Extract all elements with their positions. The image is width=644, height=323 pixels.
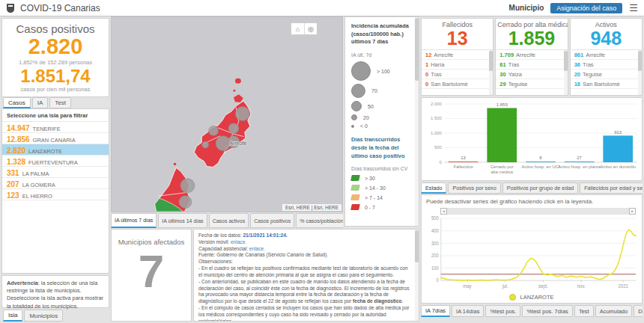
stat-row-san-bartolom[interactable]: 0San Bartolomé [422, 79, 493, 89]
status-bar-chart[interactable]: 05001.0001.5002.00013Fallecidos1.859Cerr… [422, 98, 642, 180]
svg-text:1.000: 1.000 [431, 131, 443, 135]
assign-case-button[interactable]: Asignación del caso [550, 3, 622, 13]
tab-ia-14d-as[interactable]: IA 14días [452, 305, 484, 317]
stat-row-yaiza[interactable]: 30Yaiza [496, 70, 567, 79]
tab-test-pos[interactable]: %test pos. [485, 305, 520, 317]
tab-casos-activos[interactable]: Casos activos [209, 213, 249, 228]
map-city-label: Arrecife [230, 141, 247, 146]
tab-acumulado[interactable]: Acumulado [595, 305, 633, 317]
status-bar-chart-panel: 05001.0001.5002.00013Fallecidos1.859Cerr… [421, 97, 643, 181]
info-scrollbar[interactable] [415, 230, 419, 321]
menu-icon[interactable]: ☰ [629, 3, 638, 13]
stat-row-label: Tías [431, 71, 442, 78]
island-row-el-hierro[interactable]: 123EL HIERRO [2, 189, 109, 200]
tab-positivos-por-sexo[interactable]: Positivos por sexo [448, 182, 500, 194]
tab-estado[interactable]: Estado [421, 182, 446, 194]
svg-text:Cerrado por: Cerrado por [490, 164, 514, 169]
island-row-tenerife[interactable]: 14.947TENERIFE [2, 122, 109, 133]
info-text: Versión móvil: [198, 239, 231, 244]
tab-diario[interactable]: Diario [634, 305, 643, 317]
island-row-fuerteventura[interactable]: 1.328FUERTEVENTURA [2, 156, 109, 167]
tab-ia-7d-as[interactable]: IA 7días [421, 305, 450, 317]
island-count: 123 [7, 191, 19, 200]
stat-row-value: 36 [574, 61, 580, 68]
stat-row-arrecife[interactable]: 12Arrecife [422, 50, 493, 60]
tab-casos-positivos[interactable]: Casos positivos [250, 213, 294, 228]
bar-activo-hosp-en-uci[interactable] [526, 162, 556, 162]
stat-row-teguise[interactable]: 20Teguise [571, 70, 642, 79]
tab-positivos-por-grupo-de-edad[interactable]: Positivos por grupo de edad [502, 182, 579, 194]
island-row-la-gomera[interactable]: 207LA GOMERA [2, 178, 109, 189]
tab-casos-poblaci-n[interactable]: % casos/población [296, 213, 343, 228]
time-range-slider[interactable]: ◂ ▸ [440, 208, 636, 215]
line-chart-legend[interactable]: LANZAROTE [422, 292, 642, 303]
bar-activo-en-domicilio[interactable] [603, 135, 633, 162]
legend-circle-icon [351, 101, 362, 111]
stat-row-arrecife[interactable]: 1.709Arrecife [496, 50, 567, 60]
island-row-lanzarote[interactable]: 2.820LANZAROTE [2, 144, 109, 156]
island-name: EL HIERRO [22, 193, 52, 200]
tab-municipios[interactable]: Municipios [24, 310, 63, 322]
stat-row-san-bartolom[interactable]: 16San Bartolomé [571, 79, 642, 89]
island-row-la-palma[interactable]: 331LA PALMA [2, 167, 109, 178]
info-link[interactable]: enlace. [249, 246, 265, 251]
island-list: 14.947TENERIFE12.856GRAN CANARIA2.820LAN… [2, 122, 109, 200]
tab-test[interactable]: Test [574, 305, 594, 317]
stat-list-scrollbar[interactable] [564, 50, 568, 96]
stat-row-label: Teguise [583, 71, 602, 78]
tab-ia-ltimos-14-d-as[interactable]: IA últimos 14 días [158, 213, 207, 228]
island-row-gran-canaria[interactable]: 12.856GRAN CANARIA [2, 133, 109, 144]
stat-row-teguise[interactable]: 29Teguise [496, 79, 567, 89]
tab-ia[interactable]: IA [32, 97, 49, 108]
tab-ia-ltimos-7-d-as[interactable]: IA últimos 7 días [111, 213, 157, 228]
affected-municipalities-value: 7 [112, 246, 191, 297]
status-tabs: EstadoPositivos por sexoPositivos por gr… [421, 182, 643, 194]
tab-fallecidos-por-edad-y-sexo[interactable]: Fallecidos por edad y sexo [580, 182, 643, 194]
stat-list-scrollbar[interactable] [638, 50, 642, 96]
bar-fallecidos[interactable] [449, 162, 479, 162]
bar-cerrado-por-alta-m-dica[interactable] [487, 108, 517, 162]
stat-row-har-a[interactable]: 1Haría [422, 60, 493, 70]
map-canvas[interactable]: Arrecife [112, 17, 342, 212]
info-text: Observaciones: [198, 259, 233, 264]
tab-isla[interactable]: Isla [3, 310, 22, 322]
stat-row-t-as[interactable]: 61Tías [496, 60, 567, 70]
stat-row-value: 16 [574, 81, 580, 87]
incidence-line-chart[interactable]: 0100200300400500mayjul.sept.nov.2021 [422, 215, 642, 292]
slider-handle-right[interactable]: ▸ [629, 208, 636, 215]
legend-days-label: > 30 [365, 176, 375, 181]
stat-row-value: 30 [499, 71, 505, 78]
stat-row-t-as[interactable]: 36Tías [571, 60, 642, 70]
info-link[interactable]: enlace. [231, 239, 246, 244]
tab-test-pos-7d-as[interactable]: %test pos. 7días [522, 305, 572, 317]
info-line: Fuente: Gobierno de Canarias (Servicio C… [198, 252, 411, 259]
tab-casos[interactable]: Casos [3, 97, 31, 108]
stat-row-arrecife[interactable]: 861Arrecife [571, 50, 642, 60]
bar-activo-hosp-en-planta[interactable] [565, 162, 595, 162]
positive-cases-rate: 1.851,74 [2, 66, 109, 87]
svg-text:200: 200 [431, 253, 439, 258]
map-attribution: Esri, HERE | Esri, HERE [282, 204, 341, 211]
legend-swatch-icon [350, 194, 360, 200]
legend-circle-icon [351, 114, 357, 120]
info-text: . [402, 298, 404, 304]
info-text: Fuente: Gobierno de Canarias (Servicio C… [198, 252, 328, 257]
map-panel[interactable]: Arrecife ⌂ ◎ Esri, HERE | Esri, HERE [111, 16, 343, 212]
map-legend-panel: Incidencia acumulada (casos/100000 hab.)… [344, 16, 419, 227]
legend-size-item: < 0 [351, 123, 413, 129]
island-name: LANZAROTE [28, 148, 62, 155]
tab-test[interactable]: Test [49, 97, 71, 108]
stat-row-value: 861 [574, 52, 584, 58]
slider-handle-left[interactable]: ◂ [440, 208, 447, 215]
island-filter-hint: Seleccione una isla para filtrar [2, 109, 109, 122]
stat-list-scrollbar[interactable] [489, 50, 493, 96]
legend-scrollbar[interactable] [415, 17, 419, 226]
line-series-lanzarote[interactable] [441, 230, 636, 280]
svg-text:may: may [463, 283, 472, 288]
info-line: - Con anterioridad, se publicaban en est… [198, 279, 411, 305]
stat-row-value: 29 [499, 81, 505, 87]
legend-days-label: > 7 - 14 [365, 195, 383, 200]
stat-row-t-as[interactable]: 0Tías [422, 70, 493, 79]
locate-icon[interactable]: ◎ [304, 23, 317, 34]
home-extent-icon[interactable]: ⌂ [291, 23, 304, 34]
